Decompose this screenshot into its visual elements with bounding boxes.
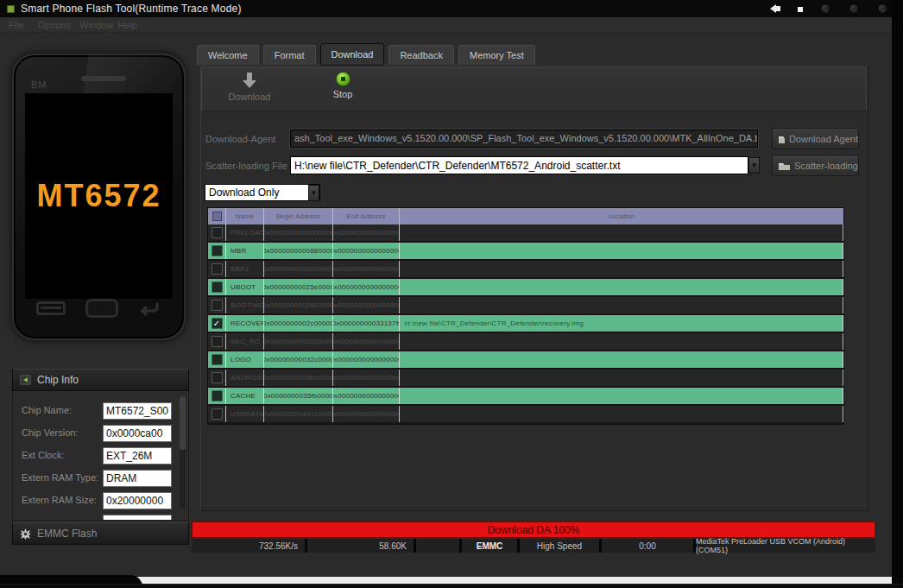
menu-bar: File Options Window Help (0, 17, 892, 33)
chip-info-icon (20, 375, 31, 385)
row-cell (208, 297, 226, 313)
chip-info-scrollbar[interactable] (180, 396, 186, 509)
tab-download[interactable]: Download (320, 43, 385, 66)
menu-window[interactable]: Window (79, 20, 113, 30)
row-checkbox[interactable] (212, 336, 223, 347)
ram-size-field[interactable] (103, 492, 172, 509)
scrollbar-thumb[interactable] (180, 396, 186, 450)
col-begin-address: Begin Address (264, 208, 333, 224)
table-row[interactable]: USRDATA0x00000000441c00000x0000000000000… (208, 406, 843, 424)
tab-welcome[interactable]: Welcome (197, 45, 259, 65)
table-row[interactable]: SEC_RO0x00000000032000000x00000000000000… (208, 333, 843, 351)
row-checkbox[interactable] (212, 245, 223, 256)
download-button[interactable]: Download (215, 72, 284, 110)
row-cell (400, 333, 843, 350)
row-cell (208, 351, 226, 368)
menu-file[interactable]: File (9, 20, 24, 30)
menu-options[interactable]: Options (38, 20, 71, 30)
table-row[interactable]: CACHE0x0000000035fb00000x000000000000000… (208, 388, 843, 406)
phone-back-icon (136, 300, 161, 319)
download-agent-path[interactable]: ash_Tool_exe_Windows_v5.1520.00.000\SP_F… (290, 130, 758, 148)
scatter-file-label: Scatter-loading File (205, 161, 287, 171)
tab-format[interactable]: Format (263, 45, 316, 65)
tab-readback[interactable]: Readback (388, 45, 454, 65)
row-checkbox[interactable] (212, 372, 223, 383)
download-mode-value: Download Only (209, 187, 279, 199)
tab-memory-test[interactable]: Memory Test (458, 45, 535, 65)
row-cell (208, 243, 226, 259)
close-button[interactable] (877, 3, 888, 15)
row-cell: ✓ (208, 315, 226, 332)
emmc-flash-title: EMMC Flash (37, 528, 97, 540)
download-mode-select[interactable]: Download Only ▼ (205, 184, 320, 201)
phone-screen: MT6572 (25, 93, 173, 299)
scatter-file-input[interactable] (290, 156, 748, 174)
row-checkbox[interactable] (212, 300, 223, 311)
row-cell (208, 388, 226, 404)
col-name: Name (226, 208, 264, 224)
window-title: Smart Phone Flash Tool(Runtime Trace Mod… (21, 3, 242, 15)
partition-table: Name Begin Address End Address Location … (207, 207, 844, 425)
ext-clock-field[interactable] (103, 447, 172, 465)
phone-preview: BM MT6572 (12, 54, 186, 340)
emmc-flash-header[interactable]: EMMC Flash (12, 522, 189, 545)
chip-name-field[interactable] (103, 402, 172, 420)
partition-table-header: Name Begin Address End Address Location (208, 208, 843, 224)
phone-brand-label: BM (31, 79, 47, 90)
row-checkbox[interactable] (212, 354, 223, 365)
table-row[interactable]: UBOOT0x00000000025e00000x000000000000000… (208, 279, 843, 297)
row-cell (400, 297, 843, 313)
row-checkbox[interactable] (212, 263, 223, 275)
minimize-button[interactable] (798, 7, 803, 12)
row-cell: PRELOADER (226, 224, 264, 241)
row-cell (400, 351, 843, 368)
row-cell: CACHE (226, 388, 264, 404)
desktop-right-edge (892, 0, 903, 588)
menu-help[interactable]: Help (117, 20, 137, 30)
row-cell (208, 261, 226, 277)
row-cell (208, 333, 226, 350)
screenshot-root: Smart Phone Flash Tool(Runtime Trace Mod… (0, 0, 903, 588)
row-cell (208, 370, 226, 386)
clipped-field[interactable] (103, 515, 172, 521)
chip-version-field[interactable] (103, 425, 172, 442)
row-checkbox[interactable] (212, 281, 223, 293)
table-row[interactable]: ANDROID0x0000000003b000000x0000000000000… (208, 370, 843, 388)
row-cell (400, 224, 843, 241)
row-cell: 0x0000000002800000 (264, 297, 333, 313)
table-row[interactable]: ✓RECOVERY0x0000000002c000000x00000000033… (208, 315, 843, 333)
col-end-address: End Address (333, 208, 400, 224)
table-row[interactable]: BOOTIMG0x00000000028000000x0000000000000… (208, 297, 843, 315)
scatter-dropdown-arrow[interactable]: ▼ (748, 157, 760, 174)
row-checkbox[interactable]: ✓ (212, 318, 223, 329)
header-select-all-checkbox[interactable] (208, 208, 226, 224)
stop-button[interactable]: Stop (308, 72, 377, 110)
row-cell: 0x0000000000000000 (333, 297, 400, 313)
pin-icon[interactable] (768, 3, 782, 15)
status-empty (416, 539, 459, 553)
window-button-1[interactable] (820, 3, 831, 15)
row-cell: 0x0000000000000000 (264, 224, 333, 241)
row-checkbox[interactable] (212, 390, 223, 401)
row-checkbox[interactable] (212, 408, 223, 420)
phone-speaker (81, 76, 126, 81)
row-cell (208, 406, 226, 422)
ram-type-field[interactable] (103, 470, 172, 487)
row-cell (208, 224, 226, 241)
chevron-down-icon[interactable]: ▼ (308, 185, 319, 201)
table-row[interactable]: PRELOADER0x00000000000000000x00000000000… (208, 224, 843, 243)
row-cell: BOOTIMG (226, 297, 264, 313)
row-cell: EBR1 (226, 261, 264, 277)
table-row[interactable]: EBR10x00000000009000000x0000000000000000 (208, 261, 843, 279)
table-row[interactable]: LOGO0x00000000032c00000x0000000000000000 (208, 351, 843, 370)
status-bar: 732.56K/s 58.60K EMMC High Speed 0:00 Me… (192, 539, 875, 553)
tab-bar: Welcome Format Download Readback Memory … (197, 43, 535, 65)
maximize-button[interactable] (849, 3, 860, 15)
scatter-loading-button[interactable]: Scatter-loading (772, 155, 859, 176)
table-row[interactable]: MBR0x00000000008800000x0000000000000000 (208, 243, 843, 261)
row-checkbox[interactable] (212, 227, 223, 238)
chip-name-label: Chip Name: (22, 405, 72, 415)
chip-info-header[interactable]: Chip Info (12, 369, 189, 391)
row-cell: 0x0000000000880000 (264, 243, 333, 259)
download-agent-button[interactable]: Download Agent (772, 128, 859, 149)
